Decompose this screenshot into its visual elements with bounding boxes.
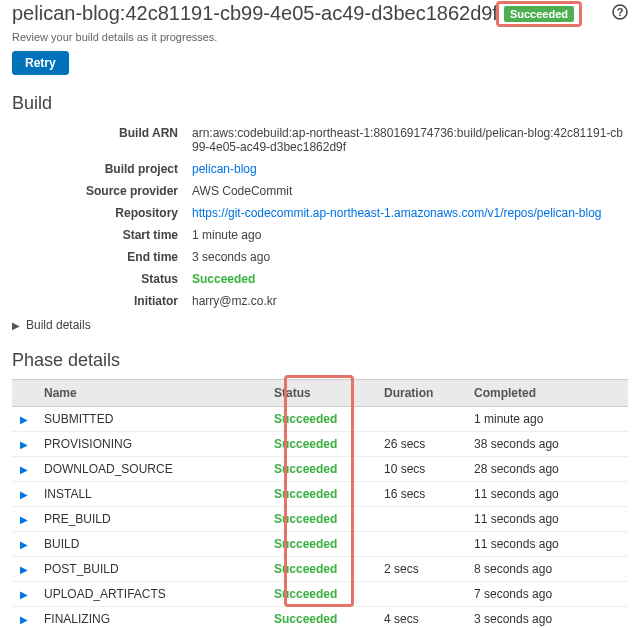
retry-button[interactable]: Retry <box>12 51 69 75</box>
phase-completed: 38 seconds ago <box>466 432 628 457</box>
detail-value[interactable]: pelican-blog <box>192 162 628 176</box>
table-row: ▶FINALIZINGSucceeded4 secs3 seconds ago <box>12 607 628 629</box>
phase-name: SUBMITTED <box>36 407 266 432</box>
phase-status: Succeeded <box>266 432 376 457</box>
phase-name: INSTALL <box>36 482 266 507</box>
detail-value: 1 minute ago <box>192 228 628 242</box>
expand-row-icon[interactable]: ▶ <box>12 482 36 507</box>
detail-value: 3 seconds ago <box>192 250 628 264</box>
col-duration: Duration <box>376 380 466 407</box>
detail-label: Start time <box>12 228 192 242</box>
phase-completed: 1 minute ago <box>466 407 628 432</box>
phase-table-wrap: Name Status Duration Completed ▶SUBMITTE… <box>0 379 640 628</box>
phase-status: Succeeded <box>266 407 376 432</box>
col-name: Name <box>36 380 266 407</box>
phase-completed: 11 seconds ago <box>466 507 628 532</box>
status-badge: Succeeded <box>504 6 574 22</box>
page-header: pelican-blog:42c81191-cb99-4e05-ac49-d3b… <box>0 0 640 25</box>
phase-duration: 4 secs <box>376 607 466 629</box>
table-row: ▶DOWNLOAD_SOURCESucceeded10 secs28 secon… <box>12 457 628 482</box>
expand-row-icon[interactable]: ▶ <box>12 457 36 482</box>
detail-row: Build projectpelican-blog <box>12 158 628 180</box>
detail-label: Build project <box>12 162 192 176</box>
phase-name: PROVISIONING <box>36 432 266 457</box>
table-row: ▶POST_BUILDSucceeded2 secs8 seconds ago <box>12 557 628 582</box>
status-text: Succeeded <box>192 272 255 286</box>
build-details-list: Build ARNarn:aws:codebuild:ap-northeast-… <box>0 122 640 316</box>
svg-text:?: ? <box>617 6 624 18</box>
actions-row: Retry <box>0 51 640 89</box>
detail-label: Build ARN <box>12 126 192 154</box>
detail-row: Build ARNarn:aws:codebuild:ap-northeast-… <box>12 122 628 158</box>
detail-value: harry@mz.co.kr <box>192 294 628 308</box>
table-row: ▶PROVISIONINGSucceeded26 secs38 seconds … <box>12 432 628 457</box>
phase-completed: 7 seconds ago <box>466 582 628 607</box>
help-icon[interactable]: ? <box>612 4 628 24</box>
phase-status: Succeeded <box>266 457 376 482</box>
expand-row-icon[interactable]: ▶ <box>12 532 36 557</box>
phase-completed: 11 seconds ago <box>466 482 628 507</box>
phase-name: PRE_BUILD <box>36 507 266 532</box>
detail-row: Initiatorharry@mz.co.kr <box>12 290 628 312</box>
phase-name: DOWNLOAD_SOURCE <box>36 457 266 482</box>
detail-row: Start time1 minute ago <box>12 224 628 246</box>
page-title: pelican-blog:42c81191-cb99-4e05-ac49-d3b… <box>12 2 498 25</box>
phase-name: BUILD <box>36 532 266 557</box>
phase-completed: 8 seconds ago <box>466 557 628 582</box>
phase-duration: 26 secs <box>376 432 466 457</box>
expand-row-icon[interactable]: ▶ <box>12 557 36 582</box>
table-row: ▶PRE_BUILDSucceeded11 seconds ago <box>12 507 628 532</box>
detail-value[interactable]: https://git-codecommit.ap-northeast-1.am… <box>192 206 628 220</box>
phase-status: Succeeded <box>266 532 376 557</box>
phase-duration: 2 secs <box>376 557 466 582</box>
phase-duration: 16 secs <box>376 482 466 507</box>
table-row: ▶UPLOAD_ARTIFACTSSucceeded7 seconds ago <box>12 582 628 607</box>
detail-row: StatusSucceeded <box>12 268 628 290</box>
table-row: ▶SUBMITTEDSucceeded1 minute ago <box>12 407 628 432</box>
phase-name: UPLOAD_ARTIFACTS <box>36 582 266 607</box>
section-title-build: Build <box>0 89 640 122</box>
detail-label: Status <box>12 272 192 286</box>
expand-row-icon[interactable]: ▶ <box>12 432 36 457</box>
phase-duration <box>376 507 466 532</box>
table-row: ▶BUILDSucceeded11 seconds ago <box>12 532 628 557</box>
phase-table: Name Status Duration Completed ▶SUBMITTE… <box>12 379 628 628</box>
phase-header-row: Name Status Duration Completed <box>12 380 628 407</box>
expand-row-icon[interactable]: ▶ <box>12 607 36 629</box>
detail-value: Succeeded <box>192 272 628 286</box>
page-subtitle: Review your build details as it progress… <box>0 25 640 51</box>
phase-status: Succeeded <box>266 507 376 532</box>
detail-row: End time3 seconds ago <box>12 246 628 268</box>
expand-row-icon[interactable]: ▶ <box>12 507 36 532</box>
detail-label: End time <box>12 250 192 264</box>
phase-duration <box>376 532 466 557</box>
expand-row-icon[interactable]: ▶ <box>12 582 36 607</box>
detail-label: Source provider <box>12 184 192 198</box>
phase-duration <box>376 407 466 432</box>
detail-label: Repository <box>12 206 192 220</box>
expand-row-icon[interactable]: ▶ <box>12 407 36 432</box>
phase-name: POST_BUILD <box>36 557 266 582</box>
phase-status: Succeeded <box>266 582 376 607</box>
col-completed: Completed <box>466 380 628 407</box>
detail-row: Repositoryhttps://git-codecommit.ap-nort… <box>12 202 628 224</box>
detail-row: Source providerAWS CodeCommit <box>12 180 628 202</box>
detail-value: arn:aws:codebuild:ap-northeast-1:8801691… <box>192 126 628 154</box>
expand-build-details[interactable]: ▶ Build details <box>0 316 640 346</box>
phase-status: Succeeded <box>266 482 376 507</box>
phase-status: Succeeded <box>266 607 376 629</box>
detail-link[interactable]: pelican-blog <box>192 162 257 176</box>
caret-icon: ▶ <box>12 320 20 331</box>
phase-completed: 3 seconds ago <box>466 607 628 629</box>
phase-duration: 10 secs <box>376 457 466 482</box>
expand-label: Build details <box>26 318 91 332</box>
table-row: ▶INSTALLSucceeded16 secs11 seconds ago <box>12 482 628 507</box>
phase-completed: 28 seconds ago <box>466 457 628 482</box>
detail-link[interactable]: https://git-codecommit.ap-northeast-1.am… <box>192 206 602 220</box>
status-badge-wrap: Succeeded <box>504 7 574 21</box>
phase-name: FINALIZING <box>36 607 266 629</box>
phase-duration <box>376 582 466 607</box>
detail-value: AWS CodeCommit <box>192 184 628 198</box>
phase-status: Succeeded <box>266 557 376 582</box>
detail-label: Initiator <box>12 294 192 308</box>
